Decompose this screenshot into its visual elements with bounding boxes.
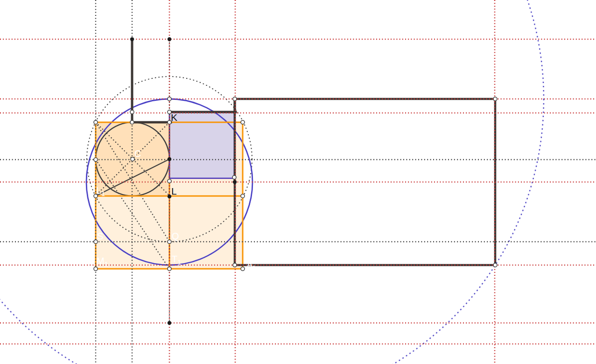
point-handle-10[interactable] (168, 97, 171, 101)
label-K[interactable]: K (171, 112, 177, 123)
point-dot-4[interactable] (233, 180, 237, 184)
point-handle-21[interactable] (241, 267, 245, 271)
point-dot-0[interactable] (130, 37, 134, 41)
point-dot-2[interactable] (168, 157, 171, 161)
label-Q[interactable]: Q (172, 231, 179, 241)
point-handle-5[interactable] (130, 120, 134, 124)
point-handle-4[interactable] (94, 120, 98, 124)
point-handle-2[interactable] (493, 263, 497, 267)
point-handle-20[interactable] (168, 267, 171, 271)
point-handle-1[interactable] (493, 97, 497, 101)
label-L[interactable]: L (171, 186, 177, 196)
point-handle-8[interactable] (130, 110, 134, 114)
point-handle-12[interactable] (94, 158, 98, 161)
point-dot-1[interactable] (168, 37, 171, 41)
point-handle-16[interactable] (241, 194, 245, 198)
point-dot-3[interactable] (168, 195, 171, 198)
point-handle-14[interactable] (232, 175, 236, 179)
label-S[interactable]: S (97, 231, 103, 241)
point-handle-7[interactable] (241, 120, 245, 124)
point-handle-0[interactable] (233, 97, 237, 101)
point-handle-13[interactable] (168, 179, 171, 183)
label-A1[interactable]: A1 (247, 260, 256, 271)
label-C[interactable]: C (134, 148, 141, 159)
point-handle-18[interactable] (168, 240, 171, 244)
geometry-canvas[interactable]: KLCL1SQM1T1A1 (0, 0, 596, 364)
point-handle-3[interactable] (233, 263, 237, 267)
point-handle-11[interactable] (131, 157, 134, 161)
point-handle-19[interactable] (94, 267, 98, 271)
point-dot-5[interactable] (168, 321, 171, 325)
